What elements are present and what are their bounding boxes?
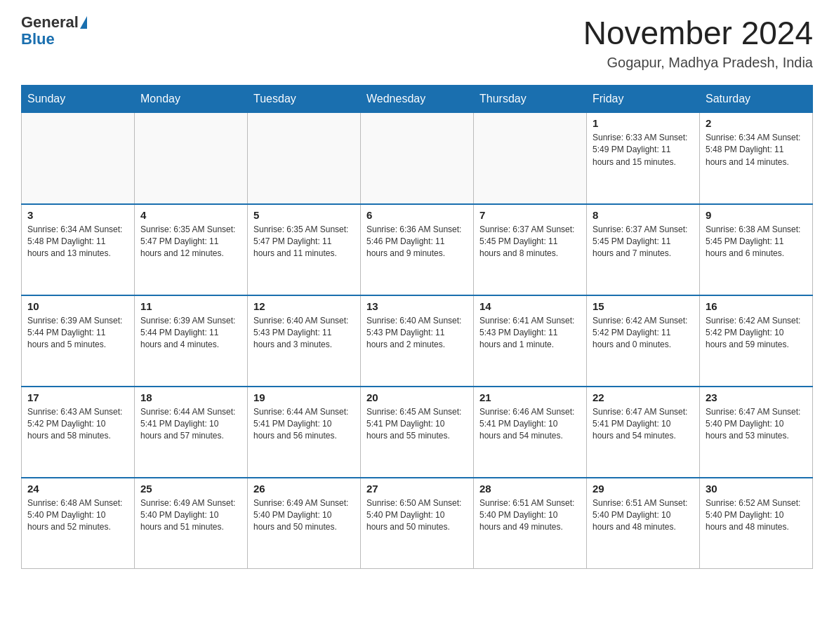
calendar-cell — [361, 113, 474, 204]
day-number: 24 — [27, 483, 128, 495]
calendar-cell: 11Sunrise: 6:39 AM Sunset: 5:44 PM Dayli… — [135, 295, 248, 387]
calendar-title: November 2024 — [583, 14, 813, 52]
day-number: 7 — [479, 209, 581, 221]
calendar-cell: 23Sunrise: 6:47 AM Sunset: 5:40 PM Dayli… — [700, 387, 813, 478]
calendar-week-row: 10Sunrise: 6:39 AM Sunset: 5:44 PM Dayli… — [22, 295, 813, 387]
logo-blue-text: Blue — [21, 30, 55, 48]
calendar-cell: 15Sunrise: 6:42 AM Sunset: 5:42 PM Dayli… — [587, 295, 700, 387]
day-number: 22 — [593, 391, 694, 403]
day-number: 2 — [706, 117, 807, 129]
calendar-cell: 21Sunrise: 6:46 AM Sunset: 5:41 PM Dayli… — [474, 387, 587, 478]
day-info: Sunrise: 6:51 AM Sunset: 5:40 PM Dayligh… — [593, 497, 694, 534]
page-header: General Blue November 2024 Gogapur, Madh… — [21, 14, 813, 71]
day-info: Sunrise: 6:48 AM Sunset: 5:40 PM Dayligh… — [27, 497, 128, 534]
day-info: Sunrise: 6:42 AM Sunset: 5:42 PM Dayligh… — [593, 315, 694, 351]
day-info: Sunrise: 6:40 AM Sunset: 5:43 PM Dayligh… — [253, 315, 355, 351]
day-header-saturday: Saturday — [700, 86, 813, 113]
calendar-cell: 1Sunrise: 6:33 AM Sunset: 5:49 PM Daylig… — [587, 113, 700, 204]
day-number: 28 — [479, 483, 581, 495]
calendar-week-row: 1Sunrise: 6:33 AM Sunset: 5:49 PM Daylig… — [22, 113, 813, 204]
day-header-friday: Friday — [587, 86, 700, 113]
day-number: 12 — [253, 300, 355, 312]
day-number: 19 — [253, 391, 355, 403]
calendar-header-row: SundayMondayTuesdayWednesdayThursdayFrid… — [22, 86, 813, 113]
calendar-cell: 24Sunrise: 6:48 AM Sunset: 5:40 PM Dayli… — [22, 478, 135, 569]
day-info: Sunrise: 6:38 AM Sunset: 5:45 PM Dayligh… — [706, 224, 807, 260]
day-number: 10 — [27, 300, 128, 312]
day-header-sunday: Sunday — [22, 86, 135, 113]
day-number: 8 — [593, 209, 694, 221]
day-number: 4 — [140, 209, 241, 221]
day-number: 11 — [140, 300, 241, 312]
day-info: Sunrise: 6:46 AM Sunset: 5:41 PM Dayligh… — [479, 406, 581, 443]
day-info: Sunrise: 6:34 AM Sunset: 5:48 PM Dayligh… — [27, 224, 128, 260]
calendar-cell: 30Sunrise: 6:52 AM Sunset: 5:40 PM Dayli… — [700, 478, 813, 569]
calendar-cell: 8Sunrise: 6:37 AM Sunset: 5:45 PM Daylig… — [587, 204, 700, 295]
calendar-cell: 22Sunrise: 6:47 AM Sunset: 5:41 PM Dayli… — [587, 387, 700, 478]
calendar-cell: 10Sunrise: 6:39 AM Sunset: 5:44 PM Dayli… — [22, 295, 135, 387]
day-info: Sunrise: 6:44 AM Sunset: 5:41 PM Dayligh… — [140, 406, 241, 443]
calendar-cell: 14Sunrise: 6:41 AM Sunset: 5:43 PM Dayli… — [474, 295, 587, 387]
day-info: Sunrise: 6:36 AM Sunset: 5:46 PM Dayligh… — [366, 224, 468, 260]
calendar-week-row: 24Sunrise: 6:48 AM Sunset: 5:40 PM Dayli… — [22, 478, 813, 569]
calendar-cell: 17Sunrise: 6:43 AM Sunset: 5:42 PM Dayli… — [22, 387, 135, 478]
calendar-cell: 2Sunrise: 6:34 AM Sunset: 5:48 PM Daylig… — [700, 113, 813, 204]
day-header-monday: Monday — [135, 86, 248, 113]
day-info: Sunrise: 6:39 AM Sunset: 5:44 PM Dayligh… — [140, 315, 241, 351]
logo: General Blue — [21, 14, 87, 48]
day-number: 6 — [366, 209, 468, 221]
calendar-cell — [135, 113, 248, 204]
calendar-cell: 18Sunrise: 6:44 AM Sunset: 5:41 PM Dayli… — [135, 387, 248, 478]
day-number: 30 — [706, 483, 807, 495]
calendar-cell: 29Sunrise: 6:51 AM Sunset: 5:40 PM Dayli… — [587, 478, 700, 569]
day-number: 5 — [253, 209, 355, 221]
day-number: 29 — [593, 483, 694, 495]
day-info: Sunrise: 6:35 AM Sunset: 5:47 PM Dayligh… — [140, 224, 241, 260]
day-info: Sunrise: 6:44 AM Sunset: 5:41 PM Dayligh… — [253, 406, 355, 443]
day-info: Sunrise: 6:40 AM Sunset: 5:43 PM Dayligh… — [366, 315, 468, 351]
day-number: 20 — [366, 391, 468, 403]
day-info: Sunrise: 6:34 AM Sunset: 5:48 PM Dayligh… — [706, 132, 807, 168]
day-header-thursday: Thursday — [474, 86, 587, 113]
day-header-tuesday: Tuesday — [248, 86, 361, 113]
day-info: Sunrise: 6:50 AM Sunset: 5:40 PM Dayligh… — [366, 497, 468, 534]
calendar-cell: 4Sunrise: 6:35 AM Sunset: 5:47 PM Daylig… — [135, 204, 248, 295]
title-area: November 2024 Gogapur, Madhya Pradesh, I… — [583, 14, 813, 71]
day-info: Sunrise: 6:37 AM Sunset: 5:45 PM Dayligh… — [479, 224, 581, 260]
day-number: 25 — [140, 483, 241, 495]
day-info: Sunrise: 6:52 AM Sunset: 5:40 PM Dayligh… — [706, 497, 807, 534]
day-info: Sunrise: 6:47 AM Sunset: 5:40 PM Dayligh… — [706, 406, 807, 443]
day-number: 3 — [27, 209, 128, 221]
calendar-week-row: 3Sunrise: 6:34 AM Sunset: 5:48 PM Daylig… — [22, 204, 813, 295]
calendar-table: SundayMondayTuesdayWednesdayThursdayFrid… — [21, 85, 813, 569]
day-info: Sunrise: 6:42 AM Sunset: 5:42 PM Dayligh… — [706, 315, 807, 351]
calendar-cell: 5Sunrise: 6:35 AM Sunset: 5:47 PM Daylig… — [248, 204, 361, 295]
day-info: Sunrise: 6:45 AM Sunset: 5:41 PM Dayligh… — [366, 406, 468, 443]
day-info: Sunrise: 6:35 AM Sunset: 5:47 PM Dayligh… — [253, 224, 355, 260]
day-number: 13 — [366, 300, 468, 312]
day-number: 27 — [366, 483, 468, 495]
calendar-cell — [474, 113, 587, 204]
day-number: 9 — [706, 209, 807, 221]
calendar-cell: 3Sunrise: 6:34 AM Sunset: 5:48 PM Daylig… — [22, 204, 135, 295]
day-info: Sunrise: 6:39 AM Sunset: 5:44 PM Dayligh… — [27, 315, 128, 351]
day-number: 18 — [140, 391, 241, 403]
day-header-wednesday: Wednesday — [361, 86, 474, 113]
calendar-week-row: 17Sunrise: 6:43 AM Sunset: 5:42 PM Dayli… — [22, 387, 813, 478]
day-number: 14 — [479, 300, 581, 312]
calendar-cell: 20Sunrise: 6:45 AM Sunset: 5:41 PM Dayli… — [361, 387, 474, 478]
calendar-cell: 26Sunrise: 6:49 AM Sunset: 5:40 PM Dayli… — [248, 478, 361, 569]
day-info: Sunrise: 6:37 AM Sunset: 5:45 PM Dayligh… — [593, 224, 694, 260]
calendar-cell — [22, 113, 135, 204]
day-number: 26 — [253, 483, 355, 495]
calendar-cell: 7Sunrise: 6:37 AM Sunset: 5:45 PM Daylig… — [474, 204, 587, 295]
calendar-cell: 9Sunrise: 6:38 AM Sunset: 5:45 PM Daylig… — [700, 204, 813, 295]
calendar-subtitle: Gogapur, Madhya Pradesh, India — [583, 55, 813, 71]
day-info: Sunrise: 6:33 AM Sunset: 5:49 PM Dayligh… — [593, 132, 694, 168]
day-number: 1 — [593, 117, 694, 129]
day-number: 21 — [479, 391, 581, 403]
calendar-cell: 25Sunrise: 6:49 AM Sunset: 5:40 PM Dayli… — [135, 478, 248, 569]
calendar-cell — [248, 113, 361, 204]
calendar-cell: 13Sunrise: 6:40 AM Sunset: 5:43 PM Dayli… — [361, 295, 474, 387]
logo-triangle-icon — [80, 16, 87, 29]
